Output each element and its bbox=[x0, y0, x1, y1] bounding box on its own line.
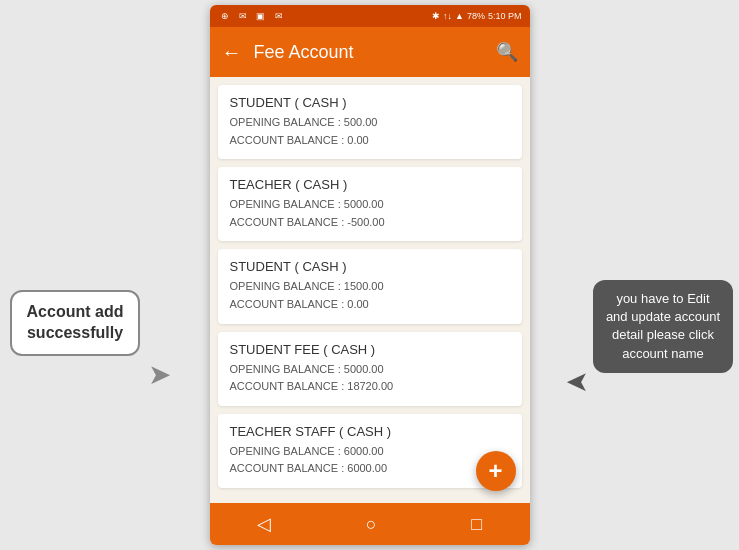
callout-right-box: you have to Edit and update account deta… bbox=[593, 280, 733, 373]
network-icon: ▲ bbox=[455, 11, 464, 21]
account-name-0: STUDENT ( CASH ) bbox=[230, 95, 510, 110]
phone-container: ⊕ ✉ ▣ ✉ ✱ ↑↓ ▲ 78% 5:10 PM ← Fee Account… bbox=[210, 5, 530, 545]
back-button[interactable]: ← bbox=[222, 41, 242, 64]
search-button[interactable]: 🔍 bbox=[496, 41, 518, 63]
callout-right-text: you have to Edit and update account deta… bbox=[606, 291, 720, 361]
wifi-icon: ⊕ bbox=[218, 9, 232, 23]
account-card-1[interactable]: TEACHER ( CASH ) OPENING BALANCE : 5000.… bbox=[218, 167, 522, 241]
signal-icon: ↑↓ bbox=[443, 11, 452, 21]
callout-left-arrow: ➤ bbox=[148, 358, 171, 391]
account-detail-0: OPENING BALANCE : 500.00 ACCOUNT BALANCE… bbox=[230, 114, 510, 149]
bluetooth-icon: ✱ bbox=[432, 11, 440, 21]
account-name-3: STUDENT FEE ( CASH ) bbox=[230, 342, 510, 357]
account-card-0[interactable]: STUDENT ( CASH ) OPENING BALANCE : 500.0… bbox=[218, 85, 522, 159]
image-icon: ▣ bbox=[254, 9, 268, 23]
battery-pct: 78% bbox=[467, 11, 485, 21]
time-display: 5:10 PM bbox=[488, 11, 522, 21]
nav-home-button[interactable]: ○ bbox=[366, 514, 377, 535]
mail-icon: ✉ bbox=[272, 9, 286, 23]
account-card-3[interactable]: STUDENT FEE ( CASH ) OPENING BALANCE : 5… bbox=[218, 332, 522, 406]
account-detail-2: OPENING BALANCE : 1500.00 ACCOUNT BALANC… bbox=[230, 278, 510, 313]
account-card-2[interactable]: STUDENT ( CASH ) OPENING BALANCE : 1500.… bbox=[218, 249, 522, 323]
page-title: Fee Account bbox=[254, 42, 496, 63]
status-right: ✱ ↑↓ ▲ 78% 5:10 PM bbox=[432, 11, 521, 21]
status-bar: ⊕ ✉ ▣ ✉ ✱ ↑↓ ▲ 78% 5:10 PM bbox=[210, 5, 530, 27]
bottom-navigation: ◁ ○ □ bbox=[210, 503, 530, 545]
status-icons-left: ⊕ ✉ ▣ ✉ bbox=[218, 9, 286, 23]
callout-right-arrow: ➤ bbox=[566, 365, 589, 398]
nav-back-button[interactable]: ◁ bbox=[257, 513, 271, 535]
account-detail-1: OPENING BALANCE : 5000.00 ACCOUNT BALANC… bbox=[230, 196, 510, 231]
account-list: STUDENT ( CASH ) OPENING BALANCE : 500.0… bbox=[210, 77, 530, 503]
add-account-fab[interactable]: + bbox=[476, 451, 516, 491]
nav-recents-button[interactable]: □ bbox=[471, 514, 482, 535]
account-name-2: STUDENT ( CASH ) bbox=[230, 259, 510, 274]
account-detail-3: OPENING BALANCE : 5000.00 ACCOUNT BALANC… bbox=[230, 361, 510, 396]
callout-left-text: Account add successfully bbox=[27, 303, 124, 341]
account-detail-4: OPENING BALANCE : 6000.00 ACCOUNT BALANC… bbox=[230, 443, 472, 478]
message-icon: ✉ bbox=[236, 9, 250, 23]
app-header: ← Fee Account 🔍 bbox=[210, 27, 530, 77]
account-name-4: TEACHER STAFF ( CASH ) bbox=[230, 424, 472, 439]
account-name-1: TEACHER ( CASH ) bbox=[230, 177, 510, 192]
callout-left-box: Account add successfully bbox=[10, 290, 140, 356]
